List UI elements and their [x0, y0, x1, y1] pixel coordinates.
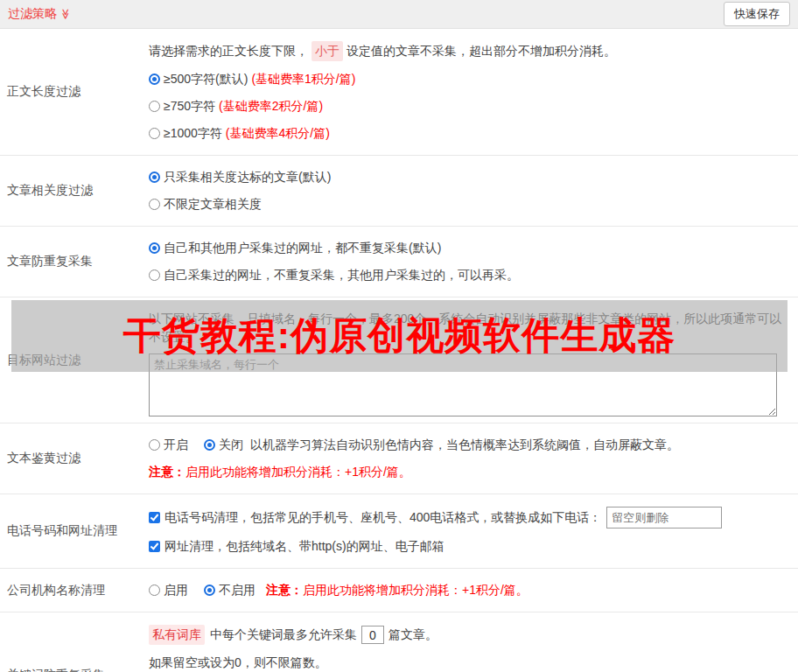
radio-option-company-disable[interactable]: 不启用 [204, 581, 259, 599]
radio-icon[interactable] [149, 242, 160, 254]
row-relevance-filter: 文章相关度过滤 只采集相关度达标的文章(默认) 不限定文章相关度 [0, 156, 798, 227]
page-title[interactable]: 过滤策略 ≫ [8, 6, 72, 22]
company-cleanup-note: 注意：启用此功能将增加积分消耗：+1积分/篇。 [266, 581, 528, 599]
radio-option-enable[interactable]: 开启 [149, 436, 192, 454]
row-porn-detection-filter: 文本鉴黄过滤 开启 关闭 以机器学习算法自动识别色情内容，当色情概率达到系统阈值… [0, 424, 798, 494]
keyword-rule-empty-or-zero: 如果留空或设为0，则不限篇数。 [149, 654, 791, 672]
less-than-highlight: 小于 [312, 41, 343, 61]
fee-text: (基础费率4积分/篇) [226, 124, 330, 143]
radio-option-company-enable[interactable]: 启用 [149, 581, 192, 599]
checkbox-url-cleanup[interactable]: 网址清理，包括纯域名、带http(s)的网址、电子邮箱 [149, 537, 791, 556]
radio-icon[interactable] [149, 584, 160, 596]
quick-save-button[interactable]: 快速保存 [724, 2, 790, 26]
row-label-relevance: 文章相关度过滤 [0, 183, 149, 199]
row-label-phone-url: 电话号码和网址清理 [0, 523, 149, 539]
radio-icon[interactable] [149, 101, 160, 112]
radio-icon[interactable] [149, 172, 160, 183]
row-phone-url-cleanup: 电话号码和网址清理 电话号码清理，包括常见的手机号、座机号、400电话格式，或替… [0, 494, 798, 569]
double-chevron-down-icon: ≫ [60, 9, 71, 20]
checkbox-phone-cleanup[interactable]: 电话号码清理，包括常见的手机号、座机号、400电话格式，或替换成如下电话： [149, 507, 791, 528]
row-label-porn-detection: 文本鉴黄过滤 [0, 451, 149, 466]
row-anti-duplicate: 文章防重复采集 自己和其他用户采集过的网址，都不重复采集(默认) 自己采集过的网… [0, 227, 798, 298]
filter-strategy-page: 过滤策略 ≫ 快速保存 正文长度过滤 请选择需求的正文长度下限， 小于 设定值的… [0, 0, 798, 672]
radio-option-no-limit-relevance[interactable]: 不限定文章相关度 [149, 195, 791, 214]
radio-option-dedupe-all-users[interactable]: 自己和其他用户采集过的网址，都不重复采集(默认) [149, 239, 791, 257]
private-thesaurus-badge: 私有词库 [149, 625, 205, 645]
row-target-site-filter: 目标网站过滤 以下网站不采集，只填域名，每行一个，最多200个。系统会自动识别并… [0, 298, 798, 424]
radio-option-relevant-only[interactable]: 只采集相关度达标的文章(默认) [149, 168, 791, 186]
row-content-length-filter: 正文长度过滤 请选择需求的正文长度下限， 小于 设定值的文章不采集，超出部分不增… [0, 29, 798, 156]
page-title-text: 过滤策略 [8, 6, 57, 22]
row-label-anti-duplicate: 文章防重复采集 [0, 254, 149, 270]
radio-option-disable[interactable]: 关闭 [204, 436, 247, 454]
radio-icon[interactable] [149, 199, 160, 210]
top-bar: 过滤策略 ≫ 快速保存 [0, 0, 798, 29]
radio-option-750[interactable]: ≥750字符 (基础费率2积分/篇) [149, 97, 791, 116]
target-site-description: 以下网站不采集，只填域名，每行一个，最多200个。系统会自动识别并屏蔽那些非文章… [149, 310, 791, 346]
row-label-target-site: 目标网站过滤 [0, 353, 149, 368]
row-label-company-name: 公司机构名称清理 [0, 583, 149, 598]
radio-icon[interactable] [149, 128, 160, 139]
row-label-keyword: 关键词防重复采集 [0, 668, 149, 672]
radio-icon[interactable] [149, 439, 160, 451]
radio-option-dedupe-self-only[interactable]: 自己采集过的网址，不重复采集，其他用户采集过的，可以再采。 [149, 266, 791, 284]
row-company-name-cleanup: 公司机构名称清理 启用 不启用 注意：启用此功能将增加积分消耗：+1积分/篇。 [0, 569, 798, 612]
fee-text: (基础费率1积分/篇) [251, 70, 355, 88]
radio-icon[interactable] [204, 439, 215, 451]
content-length-description: 请选择需求的正文长度下限， 小于 设定值的文章不采集，超出部分不增加积分消耗。 [149, 41, 791, 61]
radio-icon[interactable] [204, 584, 215, 596]
radio-icon[interactable] [149, 270, 160, 281]
row-keyword-anti-duplicate: 关键词防重复采集 私有词库 中每个关键词最多允许采集 篇文章。 如果留空或设为0… [0, 612, 798, 672]
radio-option-1000[interactable]: ≥1000字符 (基础费率4积分/篇) [149, 124, 791, 143]
porn-detection-note: 注意： 启用此功能将增加积分消耗：+1积分/篇。 [149, 463, 791, 481]
max-articles-count-input[interactable] [361, 626, 384, 644]
radio-option-500[interactable]: ≥500字符(默认) (基础费率1积分/篇) [149, 70, 791, 88]
radio-icon[interactable] [149, 74, 160, 85]
blocked-domains-textarea[interactable] [149, 354, 777, 416]
replacement-phone-input[interactable] [606, 507, 722, 528]
fee-text: (基础费率2积分/篇) [219, 97, 323, 116]
row-label-content-length: 正文长度过滤 [0, 84, 149, 100]
checkbox-icon[interactable] [149, 512, 160, 523]
checkbox-icon[interactable] [149, 541, 160, 552]
porn-detection-inline-desc: 以机器学习算法自动识别色情内容，当色情概率达到系统阈值，自动屏蔽文章。 [250, 436, 679, 454]
